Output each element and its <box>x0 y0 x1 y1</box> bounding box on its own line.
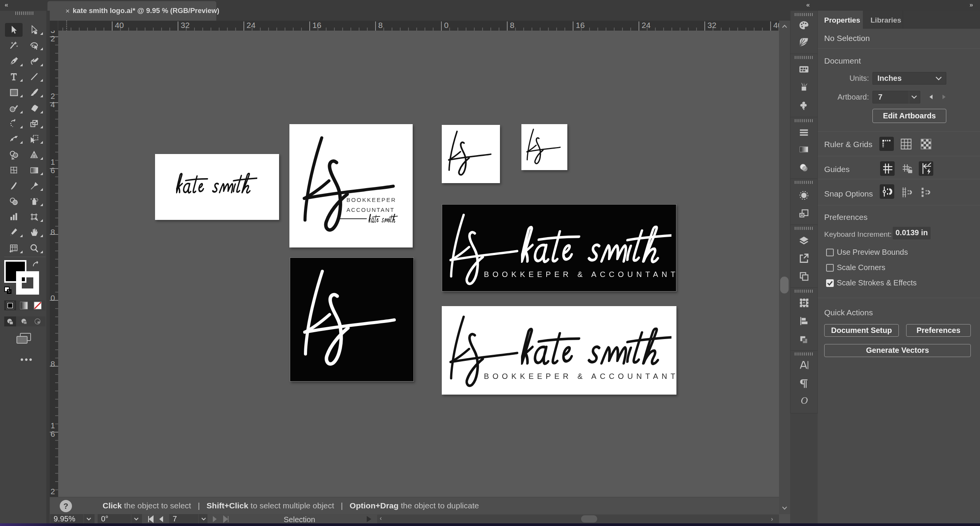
svg-text:32: 32 <box>707 21 716 29</box>
svg-text:2: 2 <box>51 92 55 100</box>
svg-text:8: 8 <box>510 21 514 29</box>
svg-text:4: 4 <box>51 100 55 109</box>
svg-text:0: 0 <box>444 21 449 29</box>
svg-text:8: 8 <box>51 228 55 236</box>
svg-text:1: 1 <box>51 157 55 166</box>
svg-text:32: 32 <box>181 21 189 29</box>
svg-text:2: 2 <box>51 34 55 43</box>
svg-text:24: 24 <box>642 21 651 29</box>
svg-text:2: 2 <box>51 487 55 496</box>
svg-text:16: 16 <box>576 21 585 29</box>
svg-text:O: O <box>801 395 808 406</box>
svg-text:1: 1 <box>51 421 55 430</box>
svg-text:40: 40 <box>115 21 124 29</box>
svg-text:24: 24 <box>247 21 256 29</box>
svg-text:16: 16 <box>312 21 321 29</box>
svg-text:6: 6 <box>51 166 55 175</box>
svg-text:8: 8 <box>51 359 55 368</box>
svg-text:6: 6 <box>51 429 55 438</box>
svg-text:8: 8 <box>378 21 383 29</box>
svg-text:0: 0 <box>51 293 55 302</box>
